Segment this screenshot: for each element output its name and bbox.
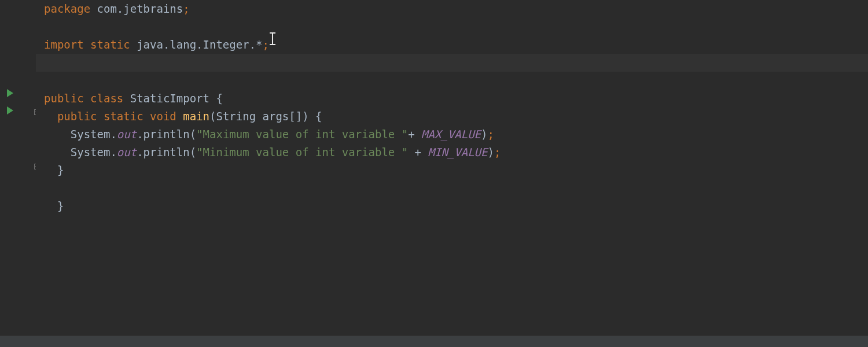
static-field: out bbox=[117, 143, 137, 161]
indent bbox=[44, 108, 57, 125]
operator: + bbox=[408, 125, 421, 143]
play-icon bbox=[7, 106, 13, 115]
semicolon: ; bbox=[183, 0, 189, 17]
keyword: void bbox=[150, 108, 183, 125]
keyword: package bbox=[44, 0, 97, 17]
paren: ) bbox=[481, 125, 487, 143]
class-ref: System. bbox=[71, 143, 117, 161]
run-gutter-icon[interactable] bbox=[7, 106, 13, 115]
semicolon: ; bbox=[263, 36, 269, 53]
indent bbox=[44, 161, 57, 179]
brace: { bbox=[309, 108, 322, 125]
class-ref: System. bbox=[71, 125, 117, 143]
method-call: .println( bbox=[137, 125, 196, 143]
code-editor[interactable]: package com.jetbrains; import static jav… bbox=[0, 0, 868, 335]
code-line[interactable] bbox=[44, 72, 868, 90]
code-line[interactable]: } bbox=[44, 197, 868, 215]
code-line[interactable]: System.out.println("Maximum value of int… bbox=[44, 125, 868, 143]
semicolon: ; bbox=[494, 143, 501, 161]
semicolon: ; bbox=[487, 125, 494, 143]
brace: { bbox=[209, 90, 223, 107]
code-line[interactable] bbox=[44, 18, 868, 36]
brace: } bbox=[57, 161, 64, 179]
method-call: .println( bbox=[137, 143, 196, 161]
play-icon bbox=[7, 89, 13, 97]
code-line[interactable]: System.out.println("Minimum value of int… bbox=[44, 143, 868, 161]
paren: ( bbox=[209, 108, 216, 125]
static-field: out bbox=[117, 125, 137, 143]
package-name: com.jetbrains bbox=[97, 0, 183, 17]
brace: } bbox=[57, 197, 64, 215]
code-line[interactable]: } bbox=[44, 161, 868, 179]
constant: MAX_VALUE bbox=[421, 125, 481, 143]
code-area[interactable]: package com.jetbrains; import static jav… bbox=[36, 0, 868, 335]
code-line[interactable] bbox=[44, 179, 868, 197]
param-type: String bbox=[216, 108, 256, 125]
string-literal: "Minimum value of int variable " bbox=[196, 143, 408, 161]
operator: + bbox=[408, 143, 428, 161]
code-line[interactable]: package com.jetbrains; bbox=[44, 0, 868, 18]
indent bbox=[44, 125, 71, 143]
run-gutter-icon[interactable] bbox=[7, 89, 13, 97]
keyword: public class bbox=[44, 90, 130, 107]
code-line[interactable]: import static java.lang.Integer.*; bbox=[44, 36, 868, 54]
indent bbox=[44, 143, 71, 161]
keyword: public static bbox=[57, 108, 150, 125]
paren: ) bbox=[487, 143, 494, 161]
code-line[interactable]: public static void main(String args[]) { bbox=[44, 108, 868, 125]
editor-gutter bbox=[0, 0, 36, 335]
text-cursor-icon bbox=[269, 32, 277, 45]
code-line[interactable]: public class StaticImport { bbox=[44, 90, 868, 108]
paren: ) bbox=[302, 108, 308, 125]
string-literal: "Maximum value of int variable " bbox=[196, 125, 408, 143]
keyword: import static bbox=[44, 36, 137, 53]
class-name: StaticImport bbox=[130, 90, 209, 107]
indent bbox=[44, 197, 57, 215]
current-line-highlight bbox=[36, 54, 868, 72]
constant: MIN_VALUE bbox=[428, 143, 488, 161]
param-name: args[] bbox=[256, 108, 302, 125]
method-name: main bbox=[183, 108, 209, 125]
import-path: java.lang.Integer.* bbox=[137, 36, 262, 53]
status-bar bbox=[0, 335, 868, 347]
